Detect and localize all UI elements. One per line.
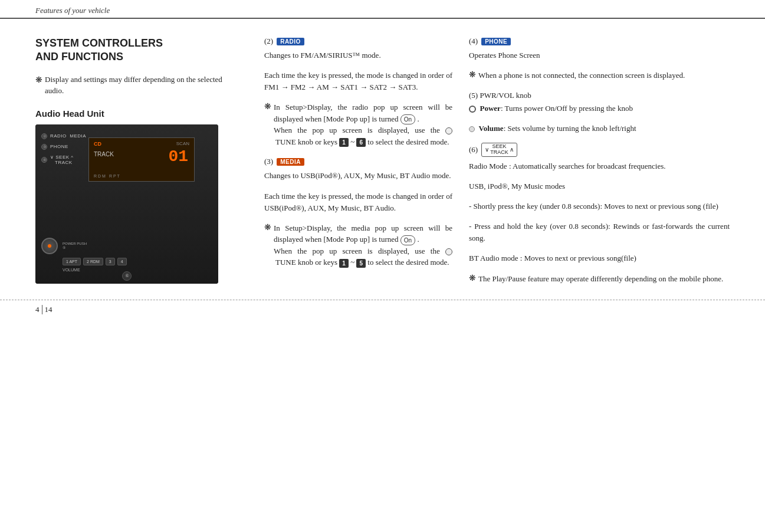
footer-divider-vert [42,305,42,314]
section3-num: (3) [264,157,273,166]
hu-screen-scan: SCAN [176,141,189,146]
section6-bullet1: - Shortly press the key (under 0.8 secon… [469,201,730,212]
hu-circle5-label: ⑤ [63,245,87,249]
tune-circle-3 [445,248,452,255]
section3-para1: Changes to USB(iPod®), AUX, My Music, BT… [264,170,452,182]
hu-screen: CD SCAN TRACK 01 RDM RPT [88,137,195,182]
hu-circle4: ④ [41,157,47,163]
section6-para2: USB, iPod®, My Music modes [469,180,730,192]
section2-badge: RADIO [277,38,304,45]
section3-badge: MEDIA [277,158,304,166]
page-header: Features of your vehicle [35,6,110,15]
section2-heading: (2) RADIO [264,37,452,46]
section6-heading: (6) ∨ SEEKTRACK ∧ [469,143,730,157]
hu-seek-track-label: ∨ SEEK ^ TRACK [50,155,74,165]
section3-para2: Each time the key is pressed, the mode i… [264,191,452,214]
section6-para3: BT Audio mode : Moves to next or previou… [469,252,730,264]
section4-heading: (4) PHONE [469,37,730,46]
hu-screen-cd: CD [94,141,101,147]
section2-num: (2) [264,37,273,46]
section6-num: (6) [469,145,478,155]
section5-volume: Volume: Sets volume by turning the knob … [469,123,730,134]
section3-note1: ❋ In Setup>Display, the media pop up scr… [264,222,452,268]
hu-screen-bottom: RDM RPT [94,174,121,178]
section4-note1: ❋ When a phone is not connected, the con… [469,70,730,81]
section2-note1: ❋ In Setup>Display, the radio pop up scr… [264,101,452,147]
hu-power-label: POWER PUSH [63,242,87,245]
hu-circle3: ③ [41,144,47,150]
hu-screen-num: 01 [168,147,188,166]
head-unit-image: ② RADIO MEDIA ③ PHONE ④ ∨ SEEK ^ TRACK [35,124,218,284]
hu-preset1: 1 APT [63,258,81,265]
section3-heading: (3) MEDIA [264,157,452,166]
seek-track-badge: ∨ SEEKTRACK ∧ [481,143,517,157]
power-icon [469,106,476,113]
section2-para1: Changes to FM/AM/SIRIUS™ mode. [264,50,452,61]
section5-power: Power: Turns power On/Off by pressing th… [469,103,730,114]
section6-para1: Radio Mode : Automatically searches for … [469,160,730,172]
volume-icon [469,126,475,132]
key5-badge: 5 [356,259,366,268]
tune-circle-2 [445,127,452,134]
section5-num: (5) PWR/VOL knob [469,91,531,100]
hu-preset3: 3 [106,258,115,265]
left-note1: ❋ Display and settings may differ depend… [35,74,242,97]
subsection-title: Audio Head Unit [35,109,242,119]
footer-left-num: 4 [35,305,40,314]
hu-phone-label: PHONE [50,144,68,149]
footer-right-num: 14 [45,305,52,314]
hu-circle2: ② [41,133,47,139]
section-title: SYSTEM CONTROLLERS AND FUNCTIONS [35,37,242,64]
section5-heading: (5) PWR/VOL knob [469,91,730,100]
hu-radio-media-label: RADIO MEDIA [50,133,86,139]
hu-preset4: 4 [117,258,127,265]
hu-power-knob [41,238,58,254]
section4-para1: Operates Phone Screen [469,50,730,61]
key6-badge: 6 [356,138,366,147]
section3-on-badge: On [400,235,415,245]
section6-bullet2: - Press and hold the key (over 0.8 secon… [469,221,730,244]
footer: 4 14 [0,300,765,319]
hu-screen-track: TRACK [94,151,114,157]
section2-on-badge: On [400,114,415,124]
section4-num: (4) [469,37,478,46]
hu-circle6: ⑥ [122,271,132,281]
section6-note1: ❋ The Play/Pause feature may operate dif… [469,273,730,285]
hu-volume-label: VOLUME [63,268,212,272]
section4-badge: PHONE [481,38,511,45]
key1-badge-2: 1 [339,138,349,147]
hu-preset2: 2 RDM [83,258,103,265]
section2-para2: Each time the key is pressed, the mode i… [264,70,452,93]
key1-badge-3: 1 [339,259,349,268]
